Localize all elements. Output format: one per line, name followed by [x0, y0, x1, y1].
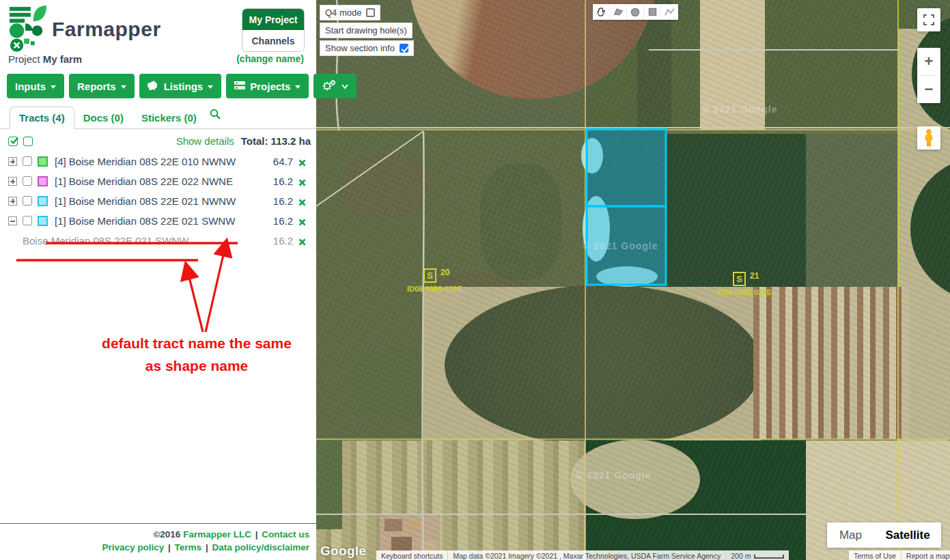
sidebar-footer: ©2016 Farmapper LLC | Contact us Privacy…	[0, 523, 316, 560]
tract-name[interactable]: [4] Boise Meridian 08S 22E 010 NWNW	[48, 155, 264, 169]
tract-name[interactable]: [1] Boise Meridian 08S 22E 022 NWNE	[48, 175, 264, 188]
total-area: Total: 113.2 ha	[241, 135, 311, 147]
tract-row: [4] Boise Meridian 08S 22E 010 NWNW 64.7	[8, 152, 311, 172]
tab-stickers[interactable]: Stickers (0)	[132, 107, 206, 128]
draw-polyline-tool[interactable]	[661, 4, 678, 20]
tract-list: [4] Boise Meridian 08S 22E 010 NWNW 64.7…	[0, 150, 316, 251]
zoom-in-button[interactable]: +	[917, 48, 940, 75]
chevron-down-icon	[295, 85, 301, 89]
terms-link[interactable]: Terms	[175, 542, 202, 552]
section-marker-20: S 20 ID08 008S 022E	[423, 268, 436, 283]
farmapper-app: Farmapper My Project Channels ProjectMy …	[0, 0, 950, 560]
keyboard-shortcuts-link[interactable]: Keyboard shortcuts	[376, 550, 447, 560]
show-details-link[interactable]: Show details	[176, 135, 234, 147]
delete-tract-icon[interactable]	[293, 175, 311, 190]
chevron-down-icon	[341, 84, 348, 89]
tract-color-swatch[interactable]	[38, 216, 48, 226]
drawing-toolbar	[593, 4, 678, 20]
show-section-info-checkbox[interactable]	[400, 44, 408, 53]
tract-checkbox[interactable]	[23, 176, 32, 186]
delete-tract-icon[interactable]	[293, 195, 311, 210]
q4-mode-label: Q4 mode	[325, 8, 361, 18]
change-name-link[interactable]: (change name)	[236, 53, 304, 64]
delete-shape-icon[interactable]	[293, 234, 311, 249]
projects-menu-button[interactable]: Projects	[226, 74, 309, 98]
section-badge[interactable]: S	[733, 272, 746, 286]
fullscreen-button[interactable]	[917, 8, 940, 31]
chevron-down-icon	[208, 85, 213, 89]
map-texture	[316, 0, 950, 560]
search-icon[interactable]	[206, 104, 225, 128]
map-canvas[interactable]: © 2021 Google © 2021 Google © 2021 Googl…	[316, 0, 950, 560]
expand-icon[interactable]	[8, 157, 17, 166]
tab-tracts[interactable]: Tracts (4)	[10, 107, 74, 129]
company-link[interactable]: Farmapper LLC	[183, 529, 251, 540]
shape-area: 16.2	[264, 234, 293, 248]
delete-tract-icon[interactable]	[293, 155, 311, 170]
terms-of-use-link[interactable]: Terms of Use	[849, 550, 901, 560]
tract-row: [1] Boise Meridian 08S 22E 022 NWNE 16.2	[8, 172, 311, 192]
listings-menu-button[interactable]: Listings	[139, 74, 222, 98]
tract-color-swatch[interactable]	[38, 196, 48, 206]
tract-row: [1] Boise Meridian 08S 22E 021 NWNW 16.2	[8, 192, 311, 212]
reports-menu-button[interactable]: Reports	[69, 74, 135, 98]
tract-checkbox[interactable]	[23, 216, 32, 225]
map-data-attribution: Map data ©2021 Imagery ©2021 , Maxar Tec…	[447, 550, 725, 560]
app-title: Farmapper	[52, 18, 161, 41]
map-type-switch: Map Satellite	[827, 522, 941, 548]
sidebar: Farmapper My Project Channels ProjectMy …	[0, 0, 316, 560]
draw-circle-tool[interactable]	[627, 4, 644, 20]
satellite-view-button[interactable]: Satellite	[874, 522, 941, 548]
delete-tract-icon[interactable]	[293, 214, 311, 229]
expand-icon[interactable]	[8, 177, 17, 186]
shape-name[interactable]: Boise Meridian 08S 22E 021 SWNW	[19, 234, 264, 248]
inputs-menu-button[interactable]: Inputs	[7, 74, 64, 98]
projects-label: Projects	[250, 81, 290, 92]
chevron-down-icon	[51, 85, 56, 89]
tract-area: 16.2	[264, 175, 293, 188]
tract-checkbox[interactable]	[23, 196, 32, 206]
tract-color-swatch[interactable]	[38, 176, 48, 186]
google-logo: Google	[320, 544, 366, 559]
tract-color-swatch[interactable]	[38, 156, 48, 167]
section-badge[interactable]: S	[423, 268, 436, 283]
q4-mode-checkbox[interactable]	[366, 8, 375, 17]
report-map-error-link[interactable]: Report a map error	[901, 550, 950, 560]
gears-icon	[322, 79, 337, 94]
tract-area: 16.2	[264, 214, 293, 228]
annotation-line-2: as shape name	[60, 354, 333, 377]
listings-label: Listings	[164, 81, 204, 92]
tab-bar: Tracts (4) Docs (0) Stickers (0)	[0, 98, 316, 129]
map-view-button[interactable]: Map	[827, 522, 874, 548]
draw-rectangle-tool[interactable]	[644, 4, 661, 20]
project-label: Project	[8, 53, 40, 65]
channels-button[interactable]: Channels	[242, 30, 304, 51]
privacy-link[interactable]: Privacy policy	[102, 542, 164, 552]
zoom-out-button[interactable]: −	[917, 76, 940, 103]
my-project-button[interactable]: My Project	[242, 9, 304, 30]
expand-icon[interactable]	[8, 197, 17, 206]
tract-checkbox[interactable]	[23, 156, 32, 166]
tract-name[interactable]: [1] Boise Meridian 08S 22E 021 NWNW	[48, 195, 264, 208]
scale-control: 200 m	[725, 550, 789, 560]
collapse-icon[interactable]	[8, 216, 17, 225]
tab-docs[interactable]: Docs (0)	[74, 107, 132, 128]
show-section-info-toggle[interactable]: Show section info	[320, 40, 414, 56]
tract-name[interactable]: [1] Boise Meridian 08S 22E 021 SWNW	[48, 214, 264, 228]
pegman-streetview-button[interactable]	[917, 126, 940, 150]
pan-hand-tool[interactable]	[593, 4, 610, 20]
data-policy-link[interactable]: Data policy/disclaimer	[212, 542, 309, 552]
draw-polygon-tool[interactable]	[610, 4, 627, 20]
contact-link[interactable]: Contact us	[262, 529, 309, 540]
section-marker-21: S 21 ID08 008S 022E	[733, 272, 746, 286]
q4-mode-toggle[interactable]: Q4 mode	[320, 5, 380, 20]
project-name: My farm	[43, 53, 83, 65]
header-row: Farmapper My Project Channels	[0, 0, 316, 53]
attribution-links: Terms of Use Report a map error	[849, 550, 950, 560]
tract-area: 64.7	[264, 155, 293, 169]
select-all-checkbox[interactable]	[8, 137, 18, 146]
section-id: ID08 008S 022E	[407, 285, 462, 293]
start-drawing-holes-button[interactable]: Start drawing hole(s)	[320, 23, 413, 38]
settings-menu-button[interactable]	[313, 74, 357, 98]
select-none-checkbox[interactable]	[23, 137, 33, 146]
